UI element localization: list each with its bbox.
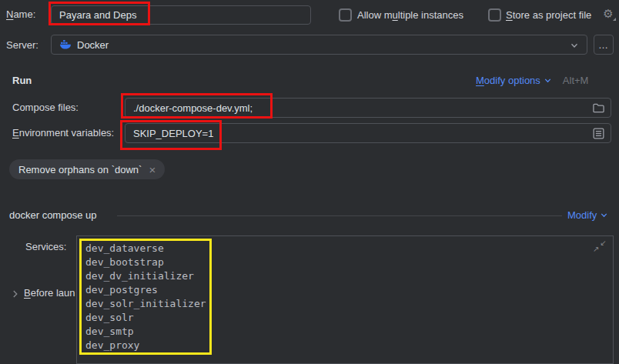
allow-multiple-instances-checkbox[interactable] xyxy=(339,8,352,22)
modify-options-shortcut: Alt+M xyxy=(563,75,589,86)
expand-icon[interactable]: ↙↗ xyxy=(593,239,607,253)
name-input-value: Payara and Deps xyxy=(59,9,136,21)
modify-link[interactable]: Modify xyxy=(567,209,609,221)
environment-variables-label: Environment variables: xyxy=(12,127,114,139)
remove-orphans-chip[interactable]: Remove orphans on `down` × xyxy=(9,159,165,179)
chevron-down-icon xyxy=(543,75,553,85)
list-icon[interactable] xyxy=(592,127,605,140)
server-select-value: Docker xyxy=(77,39,109,51)
service-line: dev_postgres xyxy=(85,283,597,297)
modify-options-link[interactable]: Modify options xyxy=(476,75,553,86)
environment-variables-input[interactable]: SKIP_DEPLOY=1 xyxy=(125,123,611,143)
name-label: Name: xyxy=(6,8,35,20)
ellipsis-icon: … xyxy=(598,39,609,51)
name-input[interactable]: Payara and Deps xyxy=(51,5,311,25)
server-browse-button[interactable]: … xyxy=(594,35,614,55)
docker-icon xyxy=(59,38,72,51)
service-line: dev_proxy xyxy=(85,339,597,352)
service-line: dev_solr_initializer xyxy=(85,297,597,311)
server-select[interactable]: Docker xyxy=(51,35,587,55)
store-as-project-file-label: Store as project file xyxy=(506,9,591,21)
store-as-project-file-checkbox[interactable] xyxy=(488,8,501,22)
section-divider xyxy=(117,215,562,216)
allow-multiple-instances-label: Allow multiple instances xyxy=(357,9,463,21)
gear-icon[interactable]: ⚙ xyxy=(601,7,615,21)
services-label: Services: xyxy=(25,241,66,252)
compose-files-value: ./docker-compose-dev.yml; xyxy=(133,102,253,114)
folder-icon[interactable] xyxy=(592,102,605,115)
run-configuration-panel: Name: Payara and Deps Allow multiple ins… xyxy=(0,0,619,364)
service-line: dev_smtp xyxy=(85,325,597,339)
service-line: dev_solr xyxy=(85,311,597,325)
environment-variables-value: SKIP_DEPLOY=1 xyxy=(133,128,213,139)
service-line: dev_dv_initializer xyxy=(85,269,597,283)
chevron-right-icon[interactable] xyxy=(10,289,21,299)
server-label: Server: xyxy=(6,39,38,51)
chevron-down-icon xyxy=(569,40,580,51)
compose-up-section-title: docker compose up xyxy=(9,209,96,221)
run-section-title: Run xyxy=(12,75,32,86)
compose-files-input[interactable]: ./docker-compose-dev.yml; xyxy=(125,98,611,118)
close-icon[interactable]: × xyxy=(149,164,156,175)
service-line: dev_bootstrap xyxy=(85,255,597,269)
service-line: dev_dataverse xyxy=(85,242,597,255)
services-textarea[interactable]: dev_dataversedev_bootstrapdev_dv_initial… xyxy=(76,235,614,364)
compose-files-label: Compose files: xyxy=(12,102,79,113)
chevron-down-icon xyxy=(599,210,609,220)
before-launch-label[interactable]: Before laun xyxy=(24,287,75,299)
remove-orphans-chip-label: Remove orphans on `down` xyxy=(18,164,142,175)
